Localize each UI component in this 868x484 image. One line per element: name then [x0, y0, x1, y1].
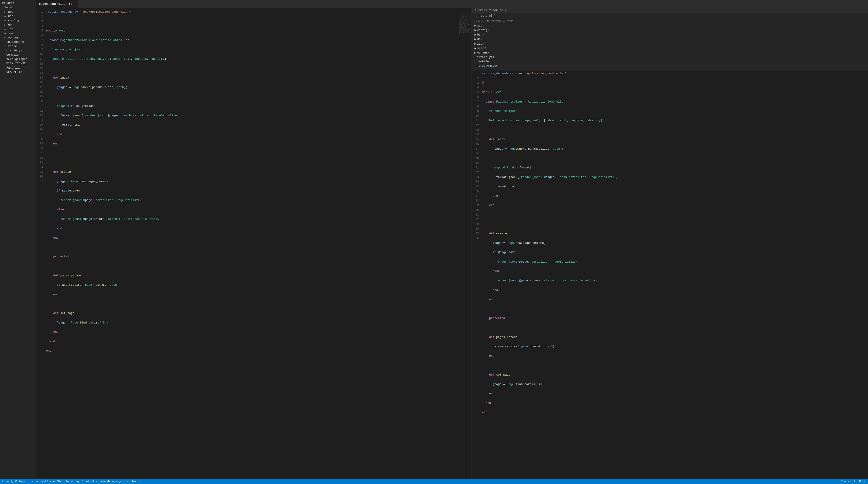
sidebar: FOLDERS ▼ herd ▶ app ▶ bin ▶ config ▶ db… [0, 0, 36, 479]
sidebar-item-readme[interactable]: README.md [0, 70, 36, 74]
sidebar-item-rakefile[interactable]: Rakefile [0, 66, 36, 70]
folder-icon: ▶ [474, 28, 476, 32]
expand-arrow-icon: ▼ [1, 6, 5, 9]
right-code-area[interactable]: 12345 678910 1112131415 1617181920 21222… [472, 69, 868, 479]
sidebar-item-bin[interactable]: ▶ bin [0, 14, 36, 18]
status-right: Spaces: 2 Ruby [841, 480, 866, 483]
file-item-label: vendor/ [477, 51, 490, 55]
left-editor-panel: 12345 678910 1112131415 1617181920 21222… [36, 8, 472, 479]
file-item-app[interactable]: ▶ app/ [472, 23, 868, 28]
file-item-lib[interactable]: ▶ lib/ [472, 41, 868, 46]
file-explorer-header: .. (up a dir) [472, 13, 868, 19]
sidebar-item-label: MIT-LICENSE [6, 62, 35, 65]
file-item-db[interactable]: ▶ db/ [472, 37, 868, 41]
sidebar-item-vendor[interactable]: ▶ vendor [0, 35, 36, 40]
file-item-spec[interactable]: ▶ spec/ [472, 46, 868, 51]
sidebar-item-label: circle.yml [6, 49, 35, 52]
helper-text: " Press ? for help [475, 9, 506, 12]
file-item-config[interactable]: ▶ config/ [472, 28, 868, 32]
expand-arrow-icon: ▶ [4, 15, 8, 18]
folder-icon: ▶ [474, 37, 476, 41]
sidebar-item-rspec[interactable]: .rspec [0, 44, 36, 49]
sidebar-item-db[interactable]: ▶ db [0, 23, 36, 27]
status-right-path: app/controllers/herd/pages_controller.rb [76, 480, 142, 483]
sidebar-item-gitignore[interactable]: .gitignore [0, 40, 36, 44]
sidebar-item-spec[interactable]: ▶ spec [0, 31, 36, 35]
left-code-content[interactable]: require_dependency "herd/application_con… [45, 8, 458, 479]
right-code-content[interactable]: require_dependency "herd/application_con… [481, 69, 868, 479]
folder-icon: ▶ [474, 24, 476, 27]
sidebar-item-label: spec [8, 32, 35, 35]
file-item-label: app/ [477, 24, 484, 27]
status-position: Line 1, Column 3 [2, 480, 28, 483]
sidebar-item-app[interactable]: ▶ app [0, 10, 36, 14]
file-explorer-path: /Users/hhff/dev/Herd/herd/ [472, 19, 868, 23]
minimap-left: require_dependency "herd/application_con… [458, 8, 471, 479]
right-section: " Press ? for help .. (up a dir) /Users/… [472, 8, 868, 479]
sidebar-item-label: README.md [6, 70, 35, 74]
sidebar-item-gemfile[interactable]: Gemfile [0, 53, 36, 57]
sidebar-item-circleyml[interactable]: circle.yml [0, 49, 36, 53]
tab-label: pages_controller.rb [39, 2, 72, 6]
tab-pages-controller[interactable]: pages_controller.rb × [36, 0, 78, 8]
file-item-vendor[interactable]: ▶ vendor/ [472, 51, 868, 55]
up-dir-label[interactable]: .. (up a dir) [474, 14, 496, 18]
file-item-circleyml[interactable]: circle.yml [472, 55, 868, 59]
sidebar-item-gemspec[interactable]: herd.gemspec [0, 57, 36, 61]
file-item-bin[interactable]: ▶ bin/ [472, 32, 868, 37]
expand-arrow-icon: ▶ [4, 19, 8, 22]
expand-arrow-icon: ▶ [4, 32, 8, 35]
file-item-label: db/ [477, 37, 482, 41]
file-item-herdgemspec[interactable]: herd.gemspec [472, 64, 868, 68]
expand-arrow-icon: ▶ [4, 11, 8, 13]
file-item-label: spec/ [477, 47, 486, 50]
sidebar-item-label: config [8, 19, 35, 22]
expand-arrow-icon: ▶ [4, 24, 8, 26]
sidebar-item-label: .rspec [6, 44, 35, 48]
sidebar-item-config[interactable]: ▶ config [0, 18, 36, 23]
sidebar-item-label: herd [5, 6, 35, 9]
file-item-label: lib/ [477, 42, 484, 46]
status-spaces: Spaces: 2 [841, 480, 856, 483]
status-left: Line 1, Column 3 /Users/hhff/dev/Herd/he… [2, 480, 841, 483]
line-numbers-left: 12345 678910 1112131415 1617181920 21222… [36, 8, 45, 479]
file-item-label: herd.gemspec [476, 64, 498, 67]
folder-icon: ▶ [474, 33, 476, 36]
file-item-label: bin/ [477, 33, 484, 36]
editor-area: pages_controller.rb × 12345 678910 11121… [36, 0, 868, 479]
file-item-label: config/ [477, 29, 490, 32]
helper-bar: " Press ? for help [472, 8, 868, 13]
editors-split: 12345 678910 1112131415 1617181920 21222… [36, 8, 868, 479]
file-explorer-panel: .. (up a dir) /Users/hhff/dev/Herd/herd/… [472, 13, 868, 69]
close-icon[interactable]: × [74, 3, 75, 5]
sidebar-item-lib[interactable]: ▶ lib [0, 27, 36, 31]
folder-icon: ▶ [474, 42, 476, 46]
line-numbers-right: 12345 678910 1112131415 1617181920 21222… [472, 69, 481, 479]
left-code-area[interactable]: 12345 678910 1112131415 1617181920 21222… [36, 8, 458, 479]
status-bar: Line 1, Column 3 /Users/hhff/dev/Herd/he… [0, 479, 868, 484]
sidebar-item-label: db [8, 23, 35, 27]
minimap-content: require_dependency "herd/application_con… [458, 8, 471, 35]
sidebar-header: FOLDERS [0, 0, 36, 5]
sidebar-item-mitlicense[interactable]: MIT-LICENSE [0, 61, 36, 66]
status-language: Ruby [859, 480, 866, 483]
file-item-gemfile[interactable]: GemFile [472, 59, 868, 64]
sidebar-item-label: .gitignore [6, 40, 35, 44]
sidebar-item-label: lib [8, 27, 35, 31]
file-item-mitlicense[interactable]: MIT-LICENSE [472, 68, 868, 69]
sidebar-item-label: app [8, 10, 35, 13]
folder-icon: ▶ [474, 47, 476, 50]
sidebar-item-herd[interactable]: ▼ herd [0, 5, 36, 10]
expand-arrow-icon: ▶ [4, 36, 8, 39]
status-left-path: /Users/hhff/dev/Herd/herd [32, 480, 73, 483]
sidebar-item-label: Gemfile [6, 53, 35, 57]
tab-bar: pages_controller.rb × [36, 0, 868, 8]
right-code-panel: 12345 678910 1112131415 1617181920 21222… [472, 69, 868, 479]
expand-arrow-icon: ▶ [4, 28, 8, 31]
folder-icon: ▶ [474, 51, 476, 55]
file-item-label: GemFile [476, 60, 489, 63]
file-item-label: circle.yml [476, 56, 494, 59]
sidebar-item-label: bin [8, 14, 35, 18]
explorer-path: /Users/hhff/dev/Herd/herd/ [474, 20, 513, 22]
sidebar-item-label: herd.gemspec [6, 58, 35, 61]
